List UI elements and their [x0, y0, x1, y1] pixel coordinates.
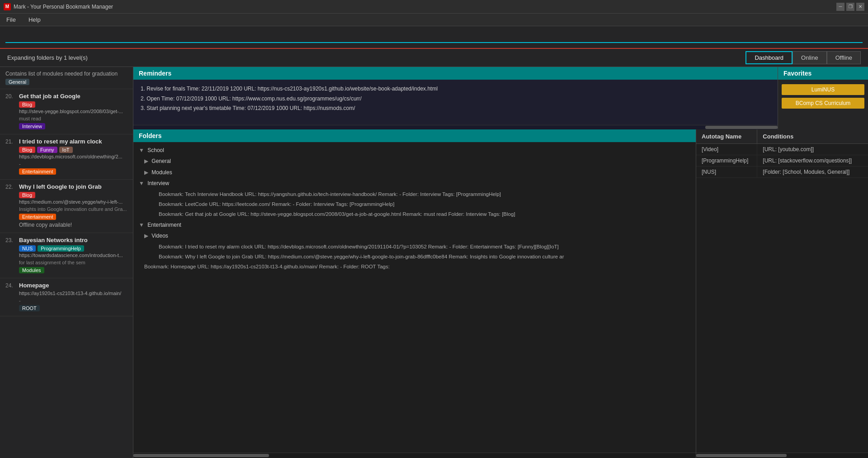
tag-nus-23[interactable]: NUS [19, 245, 36, 252]
bookmark-leetcode: Bookmark: LeetCode URL: https://leetcode… [137, 199, 692, 209]
folder-videos[interactable]: ▶ Videos [137, 230, 692, 241]
folders-h-scrollbar-thumb[interactable] [133, 454, 269, 457]
offline-note-22: Offline copy available! [19, 222, 127, 228]
folder-school[interactable]: ▼ School [137, 145, 692, 156]
folder-interview-label: Interview [147, 180, 169, 186]
entry-number-23: 23. [5, 237, 16, 243]
sidebar: Contains list of modules needed for grad… [0, 67, 133, 458]
view-dashboard-button[interactable]: Dashboard [745, 51, 793, 64]
folder-entertainment-label: Entertainment [147, 222, 181, 228]
entry-title-23[interactable]: Bayesian Networks intro [19, 237, 88, 243]
status-text: Expanding folders by 1 level(s) [7, 54, 88, 61]
reminders-scrollbar [133, 125, 778, 129]
list-item: 24. Homepage https://ay1920s1-cs2103t-t1… [0, 278, 133, 316]
bookmark-left-google: Bookmark: Why I left Google to join Grab… [137, 252, 692, 262]
folder-interview[interactable]: ▼ Interview [137, 178, 692, 189]
bookmark-homepage: Bookmark: Homepage URL: https://ay1920s1… [137, 262, 692, 272]
autotag-panel: Autotag Name Conditions [Video] [URL: [y… [696, 129, 868, 458]
autotag-col1-header: Autotag Name [696, 129, 757, 143]
folder-general[interactable]: ▶ General [137, 156, 692, 167]
bookmark-get-job-google: Bookmark: Get that job at Google URL: ht… [137, 209, 692, 219]
reminder-3: 3. Start planning next year's timetable … [141, 104, 770, 114]
list-item: 22. Why I left Google to join Grab Blog … [0, 180, 133, 233]
tag-entertainment-22[interactable]: Entertainment [19, 214, 56, 220]
reminders-body: 1. Revise for finals Time: 22/11/2019 12… [133, 80, 778, 125]
folders-h-scrollbar [133, 453, 696, 458]
autotag-name-video: [Video] [696, 144, 757, 155]
tag-programming-23[interactable]: ProgrammingHelp [38, 245, 84, 252]
search-input[interactable] [5, 31, 863, 43]
list-item: 23. Bayesian Networks intro NUS Programm… [0, 233, 133, 278]
reminders-header: Reminders [133, 67, 778, 80]
menu-help[interactable]: Help [26, 15, 43, 24]
entry-remark-22: Insights into Google innovation culture … [19, 206, 127, 212]
menu-bar: File Help [0, 14, 868, 26]
entry-url-24: https://ay1920s1-cs2103t-t13-4.github.io… [19, 291, 127, 296]
folder-entertainment[interactable]: ▼ Entertainment [137, 219, 692, 230]
reminder-1: 1. Revise for finals Time: 22/11/2019 12… [141, 84, 770, 94]
reminders-panel: Reminders 1. Revise for finals Time: 22/… [133, 67, 778, 129]
favorite-luminus[interactable]: LumiNUS [782, 84, 864, 95]
reminders-row: Reminders 1. Revise for finals Time: 22/… [133, 67, 868, 129]
arrow-interview: ▼ [139, 180, 144, 186]
tag-blog-20[interactable]: Blog [19, 101, 35, 108]
entry-url-23: https://towardsdatascience.com/introduct… [19, 253, 127, 258]
view-online-button[interactable]: Online [793, 51, 827, 64]
entry-remark-20: must read [19, 116, 127, 121]
tag-blog-21[interactable]: Blog [19, 147, 35, 153]
minimize-button[interactable]: ─ [836, 3, 844, 11]
title-bar-left: M Mark - Your Personal Bookmark Manager [4, 3, 113, 10]
folder-school-label: School [147, 147, 164, 153]
entry-number-24: 24. [5, 282, 16, 289]
reminders-scrollbar-thumb[interactable] [705, 126, 778, 129]
main-layout: Contains list of modules needed for grad… [0, 67, 868, 458]
autotag-body: [Video] [URL: [youtube.com]] [Programmin… [696, 144, 868, 453]
autotag-name-nus: [NUS] [696, 167, 757, 177]
autotag-row-video: [Video] [URL: [youtube.com]] [696, 144, 868, 155]
tag-root-24[interactable]: ROOT [19, 305, 40, 311]
favorite-bcomp[interactable]: BComp CS Curriculum [782, 98, 864, 109]
entry-title-21[interactable]: I tried to reset my alarm clock [19, 138, 102, 145]
entry-title-24[interactable]: Homepage [19, 282, 49, 289]
bookmark-alarm-clock: Bookmark: I tried to reset my alarm cloc… [137, 242, 692, 252]
folders-panel: Folders ▼ School ▶ General ▶ [133, 129, 696, 458]
title-bar: M Mark - Your Personal Bookmark Manager … [0, 0, 868, 14]
folder-modules-label: Modules [151, 169, 172, 176]
window-controls: ─ ❐ ✕ [836, 3, 864, 11]
bottom-area: Folders ▼ School ▶ General ▶ [133, 129, 868, 458]
restore-button[interactable]: ❐ [846, 3, 854, 11]
close-button[interactable]: ✕ [856, 3, 864, 11]
folders-header: Folders [133, 129, 696, 142]
arrow-general: ▶ [144, 158, 148, 164]
tag-iot-21[interactable]: IoT [59, 147, 73, 153]
autotag-condition-video: [URL: [youtube.com]] [757, 144, 868, 155]
tag-entertainment-21[interactable]: Entertainment [19, 168, 56, 175]
tag-interview-20[interactable]: Interview [19, 123, 45, 129]
entry-remark-24: - [19, 298, 127, 303]
arrow-videos: ▶ [144, 233, 148, 239]
favorites-header: Favorites [778, 67, 868, 80]
content-area: Reminders 1. Revise for finals Time: 22/… [133, 67, 868, 458]
entry-url-22: https://medium.com/@steve.yegge/why-i-le… [19, 199, 127, 205]
entry-title-22[interactable]: Why I left Google to join Grab [19, 183, 102, 190]
autotag-condition-nus: [Folder: [School, Modules, General]] [757, 167, 868, 177]
tag-modules-23[interactable]: Modules [19, 267, 44, 273]
autotag-h-scrollbar-thumb[interactable] [696, 454, 787, 457]
sidebar-desc-tag: General [5, 79, 29, 85]
folder-modules[interactable]: ▶ Modules [137, 167, 692, 178]
autotag-h-scrollbar [696, 453, 868, 458]
autotag-col2-header: Conditions [757, 129, 868, 143]
tag-blog-22[interactable]: Blog [19, 192, 35, 198]
entry-remark-21: - [19, 161, 127, 167]
entry-number-20: 20. [5, 93, 16, 100]
favorites-body: LumiNUS BComp CS Curriculum [778, 80, 868, 113]
autotag-name-programming: [ProgrammingHelp] [696, 155, 757, 166]
view-offline-button[interactable]: Offline [827, 51, 861, 64]
entry-number-22: 22. [5, 184, 16, 190]
tag-funny-21[interactable]: Funny [37, 147, 57, 153]
menu-file[interactable]: File [4, 15, 19, 24]
entry-title-20[interactable]: Get that job at Google [19, 93, 80, 100]
autotag-row-programming: [ProgrammingHelp] [URL: [stackoverflow.c… [696, 155, 868, 167]
app-icon: M [4, 3, 11, 10]
title-text: Mark - Your Personal Bookmark Manager [14, 4, 113, 10]
